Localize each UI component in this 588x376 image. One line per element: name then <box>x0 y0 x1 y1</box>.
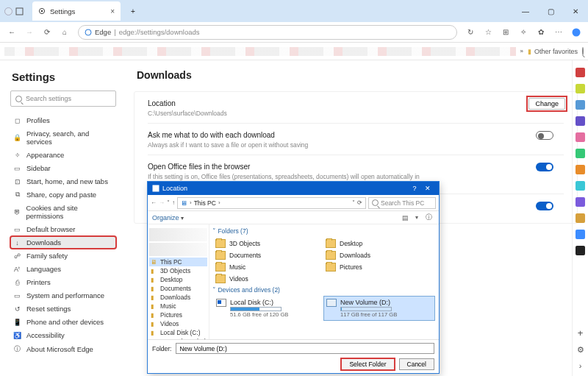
search-placeholder: Search settings <box>26 95 71 102</box>
folder-item-music[interactable]: Music <box>214 261 324 273</box>
sidebar-item-languages[interactable]: AᵗLanguages <box>10 263 116 275</box>
view-dropdown-icon[interactable]: ▾ <box>411 214 423 221</box>
profile-avatar[interactable] <box>569 25 584 40</box>
tree-item-pictures[interactable]: ▮Pictures <box>149 311 207 319</box>
sidebar-item-sidebar[interactable]: ▭Sidebar <box>10 162 116 174</box>
siderail-app-icon[interactable] <box>576 165 585 174</box>
tree-item-videos[interactable]: ▮Videos <box>149 319 207 328</box>
folders-group-header[interactable]: Folders (7) <box>212 227 434 235</box>
office-toggle[interactable] <box>536 163 553 171</box>
favorites-icon[interactable]: ☆ <box>481 25 495 40</box>
sidebar-item-accessibility[interactable]: ♿Accessibility <box>10 329 116 341</box>
siderail-app-icon[interactable] <box>576 84 585 93</box>
dialog-forward-button[interactable]: → <box>159 199 165 206</box>
sidebar-item-downloads[interactable]: ↓Downloads <box>10 236 116 249</box>
window-close-button[interactable]: ✕ <box>563 7 588 15</box>
siderail-app-icon[interactable] <box>576 132 585 142</box>
folder-item-documents[interactable]: Documents <box>214 249 324 261</box>
sidebar-item-start-home-and-new-tabs[interactable]: ⊡Start, home, and new tabs <box>10 175 116 188</box>
extensions-icon[interactable]: ✧ <box>516 25 531 40</box>
address-bar[interactable]: Edge | edge://settings/downloads <box>78 25 457 40</box>
home-button[interactable]: ⌂ <box>57 25 72 40</box>
siderail-collapse-icon[interactable]: › <box>579 361 582 370</box>
sidebar-item-share-copy-and-paste[interactable]: ⧉Share, copy and paste <box>10 188 116 201</box>
sidebar-item-reset-settings[interactable]: ↺Reset settings <box>10 302 116 315</box>
collections-icon[interactable]: ⊞ <box>498 25 513 40</box>
siderail-app-icon[interactable] <box>576 230 585 239</box>
other-favorites-folder[interactable]: ▮ Other favorites <box>528 48 578 55</box>
siderail-app-icon[interactable] <box>576 116 585 126</box>
select-folder-button[interactable]: Select Folder <box>341 358 394 370</box>
siderail-app-icon[interactable] <box>576 181 585 191</box>
sidebar-item-about-microsoft-edge[interactable]: ⓘAbout Microsoft Edge <box>10 342 116 356</box>
sidebar-item-printers[interactable]: ⎙Printers <box>10 276 116 288</box>
breadcrumb-refresh-icon[interactable]: ⟳ <box>357 199 362 206</box>
siderail-app-icon[interactable] <box>576 149 585 158</box>
siderail-app-icon[interactable] <box>576 213 585 223</box>
folder-item-videos[interactable]: Videos <box>214 273 324 285</box>
tree-item-downloads[interactable]: ▮Downloads <box>149 293 207 302</box>
dialog-search-input[interactable]: Search This PC <box>368 197 436 209</box>
sidebar-item-family-safety[interactable]: ☍Family safety <box>10 249 116 262</box>
view-toggle-icon[interactable]: ▤ <box>399 214 411 221</box>
folder-item-downloads[interactable]: Downloads <box>324 249 434 261</box>
dialog-up-button[interactable]: ↑ <box>172 199 175 206</box>
forward-button[interactable]: → <box>22 25 37 40</box>
siderail-add-button[interactable]: + <box>578 327 584 338</box>
dialog-nav-row: ← → ˅ ↑ 🖥 › This PC › ˅ ⟳ Search This PC <box>148 195 439 211</box>
change-location-button[interactable]: Change <box>528 98 565 110</box>
folder-item-pictures[interactable]: Pictures <box>324 261 434 273</box>
dialog-breadcrumb-bar[interactable]: 🖥 › This PC › ˅ ⟳ <box>177 197 366 209</box>
dialog-help-button[interactable]: ? <box>408 185 421 192</box>
siderail-app-icon[interactable] <box>576 68 585 77</box>
dialog-back-button[interactable]: ← <box>151 199 157 206</box>
bookmarks-overflow-icon[interactable]: » <box>520 48 523 54</box>
sidebar-item-default-browser[interactable]: ▭Default browser <box>10 223 116 235</box>
breadcrumb-dropdown-icon[interactable]: ˅ <box>352 199 355 206</box>
drive-item-local-disk-c-[interactable]: Local Disk (C:)51.6 GB free of 120 GB <box>214 297 324 320</box>
siderail-app-icon[interactable] <box>576 100 585 110</box>
dialog-helpinfo-icon[interactable]: ⓘ <box>423 213 434 222</box>
dialog-close-button[interactable]: ✕ <box>421 185 434 192</box>
sidebar-item-appearance[interactable]: ✧Appearance <box>10 149 116 161</box>
sidebar-item-phone-and-other-devices[interactable]: 📱Phone and other devices <box>10 316 116 328</box>
tree-item-3d-objects[interactable]: ▮3D Objects <box>149 266 207 275</box>
search-favorites-icon[interactable] <box>582 48 584 54</box>
drive-item-new-volume-d-[interactable]: New Volume (D:)117 GB free of 117 GB <box>324 297 434 320</box>
search-settings-input[interactable]: Search settings <box>10 91 116 107</box>
window-maximize-button[interactable]: ▢ <box>538 7 563 15</box>
cancel-button[interactable]: Cancel <box>399 358 434 370</box>
window-minimize-button[interactable]: — <box>513 7 538 15</box>
folder-input[interactable] <box>176 343 434 354</box>
tree-item-this-pc[interactable]: 🖥This PC <box>149 258 207 266</box>
organize-menu[interactable]: Organize ▾ <box>152 214 184 221</box>
tree-item-local-disk-c-[interactable]: ▮Local Disk (C:) <box>149 328 207 337</box>
siderail-app-icon[interactable] <box>576 246 585 255</box>
close-tab-icon[interactable]: × <box>110 7 115 15</box>
drives-group-header[interactable]: Devices and drives (2) <box>212 286 434 294</box>
showmenu-toggle[interactable] <box>536 202 553 210</box>
back-button[interactable]: ← <box>4 25 19 40</box>
browser-tab-settings[interactable]: Settings × <box>32 1 121 21</box>
siderail-settings-icon[interactable]: ⚙ <box>577 345 584 355</box>
sync-button[interactable]: ↻ <box>463 25 478 40</box>
nav-label: About Microsoft Edge <box>26 345 93 353</box>
siderail-app-icon[interactable] <box>576 197 585 207</box>
folder-item-3d-objects[interactable]: 3D Objects <box>214 238 324 249</box>
tree-item-music[interactable]: ▮Music <box>149 302 207 311</box>
workspace-icon[interactable] <box>15 7 24 15</box>
app-menu-icon[interactable]: ⋯ <box>551 25 566 40</box>
tree-item-documents[interactable]: ▮Documents <box>149 284 207 293</box>
folder-item-desktop[interactable]: Desktop <box>324 238 434 249</box>
dialog-recent-dropdown[interactable]: ˅ <box>167 199 170 206</box>
sidebar-item-system-and-performance[interactable]: ▭System and performance <box>10 289 116 302</box>
tree-item-desktop[interactable]: ▮Desktop <box>149 275 207 284</box>
refresh-button[interactable]: ⟳ <box>40 25 54 40</box>
profile-icon[interactable] <box>4 7 12 15</box>
shopping-icon[interactable]: ✿ <box>534 25 548 40</box>
sidebar-item-profiles[interactable]: ◻Profiles <box>10 114 116 127</box>
new-tab-button[interactable]: + <box>125 3 141 19</box>
sidebar-item-cookies-and-site-permissions[interactable]: ⛨Cookies and site permissions <box>10 202 116 222</box>
askme-toggle[interactable] <box>536 131 553 140</box>
sidebar-item-privacy-search-and-services[interactable]: 🔒Privacy, search, and services <box>10 127 116 148</box>
